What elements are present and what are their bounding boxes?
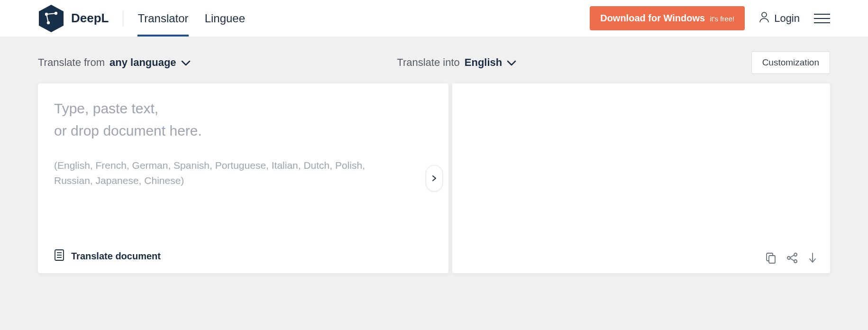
placeholder-line2: or drop document here. xyxy=(54,120,432,142)
source-panel-footer: Translate document xyxy=(54,239,432,264)
target-lang-value: English xyxy=(465,56,502,69)
chevron-right-icon xyxy=(432,175,437,182)
svg-point-14 xyxy=(787,257,790,259)
download-sub-label: it's free! xyxy=(710,15,734,23)
svg-rect-13 xyxy=(769,256,775,263)
share-icon xyxy=(786,252,798,264)
source-lang-prefix: Translate from xyxy=(38,56,105,69)
document-icon xyxy=(54,249,64,264)
tab-linguee[interactable]: Linguee xyxy=(205,0,245,37)
target-lang-prefix: Translate into xyxy=(397,56,459,69)
svg-point-16 xyxy=(794,260,797,263)
target-language-selector[interactable]: Translate into English xyxy=(397,56,751,69)
share-button[interactable] xyxy=(786,252,798,264)
brand-logo[interactable]: DeepL xyxy=(38,4,109,33)
brand-name: DeepL xyxy=(71,11,109,26)
source-language-selector[interactable]: Translate from any language xyxy=(38,56,392,69)
customization-button[interactable]: Customization xyxy=(751,51,830,74)
copy-icon xyxy=(766,252,776,264)
source-lang-value: any language xyxy=(110,56,176,69)
nav-divider xyxy=(123,10,123,27)
arrow-down-icon xyxy=(808,252,817,264)
target-panel-footer xyxy=(452,243,831,273)
target-textarea[interactable] xyxy=(452,83,831,243)
target-lang-wrap: Translate into English xyxy=(392,56,751,69)
translate-document-label: Translate document xyxy=(71,251,161,262)
source-panel: Type, paste text, or drop document here.… xyxy=(38,83,448,273)
source-textarea[interactable]: Type, paste text, or drop document here. xyxy=(54,98,432,142)
target-panel xyxy=(452,83,831,273)
download-button[interactable]: Download for Windows it's free! xyxy=(590,6,745,30)
translation-panels: Type, paste text, or drop document here.… xyxy=(38,83,830,273)
swap-languages-button[interactable] xyxy=(426,165,443,192)
download-translation-button[interactable] xyxy=(808,252,817,264)
copy-button[interactable] xyxy=(766,252,776,264)
person-icon xyxy=(759,11,769,26)
chevron-down-icon xyxy=(181,56,191,69)
translate-document-button[interactable]: Translate document xyxy=(54,249,161,264)
chevron-down-icon xyxy=(507,56,516,69)
language-hint: (English, French, German, Spanish, Portu… xyxy=(54,158,376,188)
download-main-label: Download for Windows xyxy=(600,13,705,24)
login-label: Login xyxy=(774,12,800,25)
header-right: Download for Windows it's free! Login xyxy=(590,6,830,30)
svg-line-17 xyxy=(790,255,794,257)
svg-line-18 xyxy=(790,258,794,261)
main-content: Translate from any language Translate in… xyxy=(0,37,868,330)
nav-tabs: Translator Linguee xyxy=(137,0,245,37)
language-controls: Translate from any language Translate in… xyxy=(38,51,830,74)
app-header: DeepL Translator Linguee Download for Wi… xyxy=(0,0,868,37)
tab-translator[interactable]: Translator xyxy=(137,0,188,37)
logo-icon xyxy=(38,4,64,33)
svg-point-7 xyxy=(762,12,767,17)
svg-point-15 xyxy=(794,253,797,256)
login-button[interactable]: Login xyxy=(759,11,800,26)
placeholder-line1: Type, paste text, xyxy=(54,98,432,120)
hamburger-menu-icon[interactable] xyxy=(814,14,830,23)
